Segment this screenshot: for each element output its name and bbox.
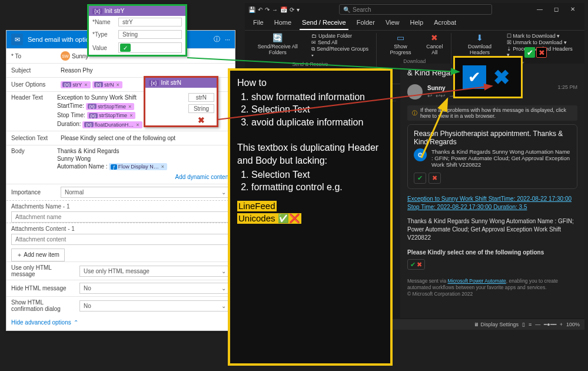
cancel-all-button[interactable]: ✖Cancel All: [423, 33, 447, 56]
undo-icon[interactable]: ↶: [258, 6, 263, 13]
unicodes-highlight: Unicodes ✅❌: [237, 213, 301, 224]
selection-text-label: Selection Text: [11, 135, 57, 141]
ribbon-tabs: File Home Send / Receive Folder View Hel…: [245, 16, 584, 31]
init-y-name[interactable]: strY: [118, 18, 182, 26]
refresh-icon[interactable]: ⟳: [290, 6, 294, 13]
big-x-icon: ✖: [490, 65, 513, 89]
use-html-select[interactable]: Use only HTML message: [79, 266, 230, 277]
show-conf-select[interactable]: No: [79, 300, 230, 312]
view-normal-icon[interactable]: ▯: [522, 322, 525, 327]
init-strn-popup: {x}Init strN strN String ✖: [144, 76, 218, 127]
forward-icon[interactable]: →: [272, 6, 278, 13]
hide-html-select[interactable]: No: [79, 283, 230, 294]
approve-option[interactable]: ✔: [414, 173, 426, 184]
mark-to-download-button[interactable]: ☐ Mark to Download ▾: [507, 33, 576, 39]
yesno-small-icons: ✔ ✖: [524, 47, 547, 58]
init-y-value[interactable]: ✓: [118, 42, 182, 53]
calendar-icon[interactable]: 📅: [280, 6, 287, 13]
small-check-icon: ✔: [524, 47, 535, 58]
hide-advanced-link[interactable]: Hide advanced options ⌃: [6, 314, 235, 330]
more-icon[interactable]: ···: [225, 36, 230, 43]
init-strn-header[interactable]: {x}Init strN: [145, 78, 217, 88]
x-icon: ✖: [188, 115, 214, 125]
reading-pane: & Kind Regards Sunny ↩↩↩→⋯ 1:25 PM ⓘIf t…: [400, 64, 584, 318]
window-controls: — ◻ ✕: [531, 4, 581, 15]
option-yes[interactable]: ✔: [410, 261, 416, 268]
message-time: 1:25 PM: [557, 84, 577, 90]
chip-stry[interactable]: {x}strY×: [61, 81, 91, 88]
init-stry-header[interactable]: {x}Init strY: [89, 6, 185, 16]
header-link[interactable]: Exception to Sunny Work Shift StartTime:…: [407, 196, 572, 210]
show-progress-button[interactable]: ▭Show Progress: [383, 33, 418, 56]
tab-acrobat[interactable]: Acrobat: [431, 18, 459, 30]
redo-icon[interactable]: ↷: [265, 6, 270, 13]
attachments-content-label: Attachments Content - 1: [11, 226, 230, 232]
minimize-button[interactable]: —: [531, 4, 548, 15]
add-new-item-button[interactable]: ＋ Add new item: [11, 249, 65, 261]
to-label: * To: [11, 53, 57, 59]
send-receive-groups-button[interactable]: ⧉ Send/Receive Groups ▾: [311, 46, 371, 59]
send-email-with-options-card: ✉ Send email with options ⓘ ··· * To SW …: [6, 30, 235, 331]
hide-html-label: Hide HTML message: [11, 285, 76, 292]
send-receive-all-button[interactable]: 🔄Send/Receive All Folders: [248, 33, 307, 59]
approval-card: Reason Physiotherapist appointment. Than…: [407, 124, 577, 189]
close-button[interactable]: ✕: [564, 4, 581, 15]
quick-access-toolbar[interactable]: 💾 ↶ ↷ → 📅 ⟳ ▾: [248, 6, 300, 13]
importance-select[interactable]: Normal: [61, 187, 230, 198]
update-folder-button[interactable]: 🗀 Update Folder: [311, 33, 371, 39]
save-icon[interactable]: 💾: [248, 6, 255, 13]
info-bar[interactable]: ⓘIf there are problems with how this mes…: [407, 105, 577, 121]
dropdown-icon[interactable]: ▾: [297, 6, 300, 13]
linefeed-highlight: LineFeed: [237, 201, 277, 211]
info-icon: ⓘ: [412, 110, 417, 117]
outlook-search[interactable]: 🔍Search: [339, 4, 492, 15]
user-options-label: User Options: [11, 81, 57, 88]
subject-field[interactable]: Reason Phy: [61, 67, 230, 74]
yesno-highlight-box: ✔ ✖: [453, 56, 523, 98]
tab-help[interactable]: Help: [408, 18, 426, 30]
body-label: Body: [11, 148, 57, 171]
info-icon[interactable]: ⓘ: [214, 35, 220, 44]
tab-view[interactable]: View: [383, 18, 402, 30]
init-y-type[interactable]: String: [118, 30, 182, 39]
body-field[interactable]: Thanks & Kind Regards Sunny Wong Automat…: [57, 148, 230, 171]
progress-icon: ▭: [394, 33, 406, 44]
tab-file[interactable]: File: [251, 18, 266, 30]
init-n-name[interactable]: strN: [188, 93, 214, 102]
use-html-label: Use only HTML message: [11, 264, 76, 277]
reply-icon[interactable]: ↩: [427, 92, 432, 100]
chip-stoptime[interactable]: {x}strStopTime×: [87, 112, 136, 119]
maximize-button[interactable]: ◻: [548, 4, 564, 15]
attachment-content-input[interactable]: [11, 234, 230, 245]
replyall-icon[interactable]: ↩↩: [436, 92, 445, 100]
option-buttons[interactable]: ✔✖: [407, 259, 425, 270]
flow-icon: ⚙: [414, 148, 427, 161]
cancel-icon: ✖: [428, 33, 440, 44]
checkmark-icon: ✓: [120, 44, 131, 52]
unmark-to-download-button[interactable]: ☒ Unmark to Download ▾: [507, 39, 576, 45]
chip-starttime[interactable]: {x}strStopTime×: [86, 103, 135, 110]
show-conf-label: Show HTML confirmation dialog: [11, 299, 76, 312]
zoom-slider[interactable]: ━●━━: [544, 322, 556, 327]
chip-strn[interactable]: {x}strN×: [92, 81, 122, 88]
annotation-overlay: How to show formatted information Select…: [228, 68, 393, 366]
view-reading-icon[interactable]: ≡: [529, 322, 531, 327]
mpa-link[interactable]: Microsoft Power Automate: [448, 278, 506, 284]
sync-icon: 🔄: [272, 33, 284, 44]
init-n-type[interactable]: String: [188, 104, 214, 113]
attachment-name-input[interactable]: [11, 211, 230, 223]
add-dynamic-content-link[interactable]: Add dynamic content: [6, 173, 235, 184]
zoom-level: 100%: [566, 322, 580, 327]
selection-text-field[interactable]: Please Kindly select one of the followin…: [61, 135, 230, 141]
tab-folder[interactable]: Folder: [354, 18, 377, 30]
tab-sendreceive[interactable]: Send / Receive: [300, 18, 348, 30]
tab-home[interactable]: Home: [272, 18, 294, 30]
option-no[interactable]: ✖: [417, 261, 422, 268]
display-settings-button[interactable]: 🖥 Display Settings: [474, 322, 519, 327]
send-all-button[interactable]: ✉ Send All: [311, 39, 371, 45]
reject-option[interactable]: ✖: [428, 173, 441, 184]
download-headers-button[interactable]: ⬇Download Headers: [457, 33, 502, 58]
chip-flowname[interactable]: ƒFlow Display N…×: [109, 163, 167, 170]
header-text-label: Header Text: [11, 94, 57, 128]
chip-duration[interactable]: {x}floatDurationH…×: [82, 121, 142, 128]
